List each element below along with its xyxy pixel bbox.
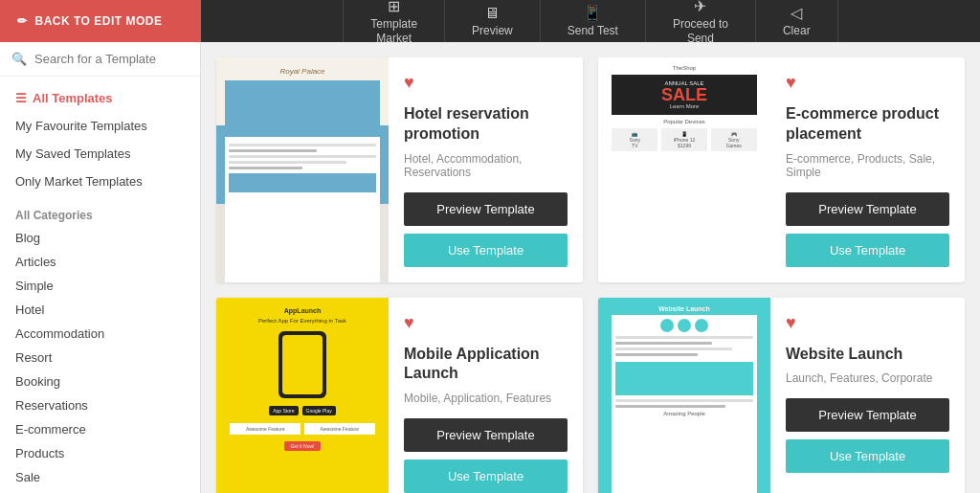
nav-item-send-test[interactable]: 📱Send Test bbox=[541, 0, 646, 44]
top-navigation: ✏ BACK TO EDIT MODE ⊞TemplateMarket🖥Prev… bbox=[0, 0, 980, 42]
filter-icon: ☰ bbox=[15, 91, 27, 105]
sidebar-item-my-favourite[interactable]: My Favourite Templates bbox=[0, 112, 200, 140]
template-tags-hotel-reservation: Hotel, Accommodation, Reservations bbox=[404, 152, 568, 179]
sidebar-item-only-market[interactable]: Only Market Templates bbox=[0, 168, 200, 195]
categories-header: All Categories bbox=[0, 199, 200, 226]
use-button-website-launch[interactable]: Use Template bbox=[786, 439, 949, 473]
search-icon: 🔍 bbox=[11, 52, 27, 66]
template-info-hotel-reservation: ♥ Hotel reservation promotion Hotel, Acc… bbox=[389, 57, 583, 282]
preview-icon: 🖥 bbox=[484, 4, 500, 22]
preview-button-website-launch[interactable]: Preview Template bbox=[786, 398, 949, 432]
sidebar-category-sale[interactable]: Sale bbox=[0, 465, 200, 489]
template-preview-mobile-app: AppLaunch Perfect App For Everything in … bbox=[216, 298, 389, 493]
preview-button-ecommerce-product[interactable]: Preview Template bbox=[786, 192, 949, 226]
website-preview-header: Website Launch bbox=[658, 305, 710, 312]
sidebar-category-hotel[interactable]: Hotel bbox=[0, 298, 200, 322]
preview-button-hotel-reservation[interactable]: Preview Template bbox=[404, 192, 568, 226]
template-info-website-launch: ♥ Website Launch Launch, Features, Corpo… bbox=[770, 298, 965, 493]
sidebar-category-mobile[interactable]: Mobile bbox=[0, 489, 200, 493]
sidebar-category-reservations[interactable]: Reservations bbox=[0, 393, 200, 417]
template-card-ecommerce-product: TheShop ANNUAL SALE SALE Learn More Popu… bbox=[598, 57, 965, 282]
proceed-to-send-icon: ✈ bbox=[694, 0, 706, 15]
use-button-ecommerce-product[interactable]: Use Template bbox=[786, 234, 949, 267]
sidebar-category-resort[interactable]: Resort bbox=[0, 346, 200, 370]
template-tags-website-launch: Launch, Features, Corporate bbox=[786, 371, 949, 385]
template-name-mobile-app: Mobile Application Launch bbox=[404, 345, 568, 385]
sidebar-category-accommodation[interactable]: Accommodation bbox=[0, 322, 200, 346]
sidebar-category-products[interactable]: Products bbox=[0, 441, 200, 465]
template-tags-mobile-app: Mobile, Application, Features bbox=[404, 392, 568, 405]
template-name-ecommerce-product: E-commerce product placement bbox=[786, 104, 949, 145]
filter-section: ☰ All Templates My Favourite Templates M… bbox=[0, 77, 200, 199]
template-card-hotel-reservation: Royal Palace ♥ Hotel reservation promoti… bbox=[216, 57, 583, 282]
sidebar: 🔍 ☰ All Templates My Favourite Templates… bbox=[0, 42, 201, 493]
nav-item-clear[interactable]: ◁Clear bbox=[756, 0, 838, 44]
template-heart-website-launch[interactable]: ♥ bbox=[786, 313, 949, 333]
use-button-mobile-app[interactable]: Use Template bbox=[404, 459, 568, 493]
template-market-label: TemplateMarket bbox=[370, 17, 417, 45]
content-area: Royal Palace ♥ Hotel reservation promoti… bbox=[201, 42, 980, 493]
back-label: BACK TO EDIT MODE bbox=[35, 14, 163, 28]
template-name-hotel-reservation: Hotel reservation promotion bbox=[404, 104, 568, 145]
template-info-ecommerce-product: ♥ E-commerce product placement E-commerc… bbox=[770, 57, 965, 282]
template-heart-ecommerce-product[interactable]: ♥ bbox=[786, 73, 949, 93]
sidebar-category-articles[interactable]: Articles bbox=[0, 250, 200, 274]
template-heart-hotel-reservation[interactable]: ♥ bbox=[404, 73, 568, 93]
main-layout: 🔍 ☰ All Templates My Favourite Templates… bbox=[0, 42, 980, 493]
template-card-mobile-app: AppLaunch Perfect App For Everything in … bbox=[216, 298, 583, 493]
template-heart-mobile-app[interactable]: ♥ bbox=[404, 313, 568, 333]
hotel-preview-title: Royal Palace bbox=[279, 67, 324, 77]
clear-label: Clear bbox=[783, 24, 811, 37]
send-test-icon: 📱 bbox=[583, 4, 602, 22]
categories-list: BlogArticlesSimpleHotelAccommodationReso… bbox=[0, 226, 200, 493]
preview-button-mobile-app[interactable]: Preview Template bbox=[404, 418, 568, 452]
template-market-icon: ⊞ bbox=[388, 0, 400, 15]
templates-grid: Royal Palace ♥ Hotel reservation promoti… bbox=[216, 57, 965, 493]
sidebar-category-e-commerce[interactable]: E-commerce bbox=[0, 417, 200, 441]
template-name-website-launch: Website Launch bbox=[786, 345, 949, 365]
app-preview-header: AppLaunch bbox=[284, 307, 322, 314]
proceed-to-send-label: Proceed toSend bbox=[673, 17, 728, 45]
template-preview-hotel-reservation: Royal Palace bbox=[216, 57, 389, 282]
clear-icon: ◁ bbox=[791, 4, 802, 22]
template-preview-website-launch: Website Launch Amazing People bbox=[598, 298, 770, 493]
template-preview-ecommerce-product: TheShop ANNUAL SALE SALE Learn More Popu… bbox=[598, 57, 770, 282]
send-test-label: Send Test bbox=[568, 24, 618, 37]
sale-preview-top: TheShop bbox=[673, 65, 696, 71]
back-to-edit-button[interactable]: ✏ BACK TO EDIT MODE bbox=[0, 0, 201, 42]
nav-item-preview[interactable]: 🖥Preview bbox=[445, 0, 541, 44]
search-input[interactable] bbox=[34, 52, 195, 66]
template-card-website-launch: Website Launch Amazing People ♥ Websi bbox=[598, 298, 965, 493]
sidebar-category-blog[interactable]: Blog bbox=[0, 226, 200, 250]
use-button-hotel-reservation[interactable]: Use Template bbox=[404, 234, 568, 267]
search-box: 🔍 bbox=[0, 42, 200, 77]
sidebar-category-booking[interactable]: Booking bbox=[0, 370, 200, 393]
sidebar-item-all-templates[interactable]: ☰ All Templates bbox=[0, 84, 200, 112]
template-tags-ecommerce-product: E-commerce, Products, Sale, Simple bbox=[786, 152, 949, 179]
back-icon: ✏ bbox=[17, 14, 28, 28]
preview-label: Preview bbox=[472, 24, 513, 37]
template-info-mobile-app: ♥ Mobile Application Launch Mobile, Appl… bbox=[389, 298, 583, 493]
sidebar-item-my-saved[interactable]: My Saved Templates bbox=[0, 140, 200, 168]
sidebar-category-simple[interactable]: Simple bbox=[0, 274, 200, 298]
